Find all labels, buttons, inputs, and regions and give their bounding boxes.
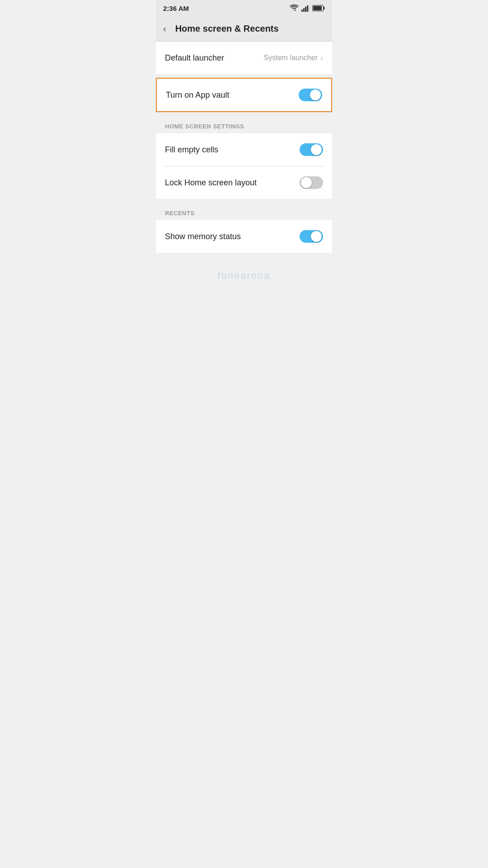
content-area: Default launcher System launcher › Turn … [156,42,332,437]
lock-home-screen-label: Lock Home screen layout [165,178,257,188]
battery-icon [312,5,325,11]
default-launcher-label: Default launcher [165,53,224,63]
status-time: 2:36 AM [163,5,189,12]
recents-card: Show memory status [156,220,332,253]
wifi-icon [290,5,299,12]
toolbar: ‹ Home screen & Recents [156,16,332,42]
lock-home-screen-toggle-knob [301,177,312,188]
page-title: Home screen & Recents [175,24,279,34]
lock-home-screen-row[interactable]: Lock Home screen layout [156,166,332,199]
home-screen-settings-section: HOME SCREEN SETTINGS Fill empty cells Lo… [156,116,332,199]
svg-rect-3 [307,5,308,12]
app-vault-row[interactable]: Turn on App vault [157,79,331,111]
home-screen-settings-card: Fill empty cells Lock Home screen layout [156,133,332,199]
default-launcher-card: Default launcher System launcher › [156,42,332,74]
lock-home-screen-toggle[interactable] [300,176,323,189]
svg-rect-4 [309,5,310,12]
fill-empty-cells-label: Fill empty cells [165,145,218,155]
show-memory-status-label: Show memory status [165,232,241,241]
watermark: fonearena [156,256,332,291]
app-vault-card: Turn on App vault [156,78,332,112]
recents-section: RECENTS Show memory status [156,203,332,253]
fill-empty-cells-row[interactable]: Fill empty cells [156,133,332,166]
show-memory-status-toggle[interactable] [300,230,323,243]
back-button[interactable]: ‹ [163,22,170,36]
app-vault-toggle[interactable] [299,89,322,101]
svg-rect-0 [301,9,303,12]
default-launcher-value[interactable]: System launcher › [264,53,323,63]
home-screen-settings-header: HOME SCREEN SETTINGS [156,116,332,133]
svg-rect-1 [303,8,305,12]
svg-rect-2 [305,7,306,12]
show-memory-status-toggle-knob [311,231,322,242]
svg-rect-7 [324,7,325,9]
default-launcher-row[interactable]: Default launcher System launcher › [156,42,332,74]
chevron-icon: › [320,53,323,63]
recents-header: RECENTS [156,203,332,220]
show-memory-status-row[interactable]: Show memory status [156,220,332,253]
signal-icon [301,5,310,12]
gray-area: fonearena [156,256,332,437]
svg-rect-6 [313,6,322,10]
status-bar: 2:36 AM [156,0,332,16]
default-launcher-value-text: System launcher [264,54,318,62]
fill-empty-cells-toggle-knob [311,144,322,155]
app-vault-label: Turn on App vault [166,90,229,100]
fill-empty-cells-toggle[interactable] [300,143,323,156]
status-icons [290,5,325,12]
app-vault-toggle-knob [310,90,321,100]
